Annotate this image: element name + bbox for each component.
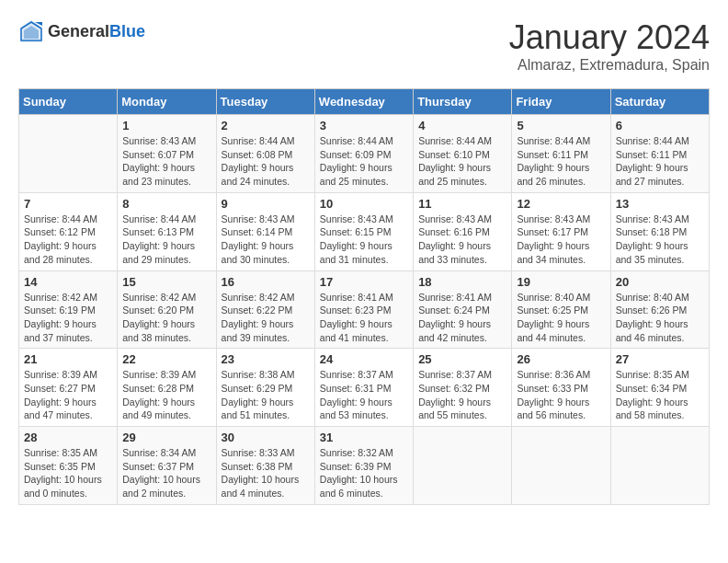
- page-header: GeneralBlue January 2024 Almaraz, Extrem…: [18, 18, 710, 74]
- day-cell: 2Sunrise: 8:44 AM Sunset: 6:08 PM Daylig…: [216, 115, 314, 193]
- day-info: Sunrise: 8:35 AM Sunset: 6:35 PM Dayligh…: [24, 446, 112, 500]
- day-info: Sunrise: 8:44 AM Sunset: 6:08 PM Dayligh…: [222, 134, 310, 189]
- location-title: Almaraz, Extremadura, Spain: [509, 57, 710, 74]
- day-info: Sunrise: 8:44 AM Sunset: 6:12 PM Dayligh…: [24, 213, 112, 267]
- logo-general: General: [48, 22, 109, 40]
- day-info: Sunrise: 8:43 AM Sunset: 6:17 PM Dayligh…: [517, 213, 605, 267]
- day-number: 6: [616, 119, 704, 132]
- day-number: 27: [616, 352, 704, 366]
- day-number: 3: [320, 119, 408, 132]
- day-info: Sunrise: 8:44 AM Sunset: 6:11 PM Dayligh…: [616, 134, 704, 189]
- day-info: Sunrise: 8:39 AM Sunset: 6:27 PM Dayligh…: [24, 368, 112, 422]
- day-cell: 9Sunrise: 8:43 AM Sunset: 6:14 PM Daylig…: [216, 192, 314, 270]
- day-info: Sunrise: 8:40 AM Sunset: 6:25 PM Dayligh…: [517, 291, 605, 345]
- day-cell: 26Sunrise: 8:36 AM Sunset: 6:33 PM Dayli…: [512, 349, 610, 427]
- day-cell: 1Sunrise: 8:43 AM Sunset: 6:07 PM Daylig…: [118, 115, 216, 193]
- day-number: 30: [222, 431, 310, 444]
- logo-text: GeneralBlue: [48, 22, 145, 41]
- day-number: 21: [24, 352, 112, 366]
- day-number: 12: [517, 197, 605, 211]
- calendar-table: SundayMondayTuesdayWednesdayThursdayFrid…: [18, 88, 710, 505]
- day-number: 28: [24, 431, 112, 444]
- day-info: Sunrise: 8:35 AM Sunset: 6:34 PM Dayligh…: [616, 368, 704, 422]
- calendar-header-row: SundayMondayTuesdayWednesdayThursdayFrid…: [19, 89, 710, 115]
- header-wednesday: Wednesday: [314, 89, 413, 115]
- day-info: Sunrise: 8:43 AM Sunset: 6:18 PM Dayligh…: [616, 213, 704, 267]
- logo-blue: Blue: [109, 22, 145, 40]
- day-cell: [414, 427, 512, 505]
- day-cell: 4Sunrise: 8:44 AM Sunset: 6:10 PM Daylig…: [414, 115, 512, 193]
- day-cell: 11Sunrise: 8:43 AM Sunset: 6:16 PM Dayli…: [414, 192, 512, 270]
- day-cell: 31Sunrise: 8:32 AM Sunset: 6:39 PM Dayli…: [314, 427, 413, 505]
- day-cell: 27Sunrise: 8:35 AM Sunset: 6:34 PM Dayli…: [610, 349, 709, 427]
- header-thursday: Thursday: [414, 89, 512, 115]
- day-info: Sunrise: 8:40 AM Sunset: 6:26 PM Dayligh…: [616, 291, 704, 345]
- day-number: 26: [517, 352, 605, 366]
- day-cell: [19, 115, 118, 193]
- day-cell: 28Sunrise: 8:35 AM Sunset: 6:35 PM Dayli…: [19, 427, 118, 505]
- day-info: Sunrise: 8:32 AM Sunset: 6:39 PM Dayligh…: [320, 446, 408, 500]
- day-number: 17: [320, 275, 408, 289]
- day-number: 5: [517, 119, 605, 132]
- day-info: Sunrise: 8:44 AM Sunset: 6:09 PM Dayligh…: [320, 134, 408, 189]
- header-monday: Monday: [118, 89, 216, 115]
- day-number: 2: [222, 119, 310, 132]
- day-number: 11: [418, 197, 506, 211]
- day-info: Sunrise: 8:42 AM Sunset: 6:20 PM Dayligh…: [122, 291, 210, 345]
- day-info: Sunrise: 8:44 AM Sunset: 6:10 PM Dayligh…: [418, 134, 506, 189]
- day-info: Sunrise: 8:33 AM Sunset: 6:38 PM Dayligh…: [222, 446, 310, 500]
- logo-icon: [18, 18, 44, 44]
- day-number: 19: [517, 275, 605, 289]
- week-row-3: 14Sunrise: 8:42 AM Sunset: 6:19 PM Dayli…: [19, 270, 710, 349]
- day-cell: 23Sunrise: 8:38 AM Sunset: 6:29 PM Dayli…: [216, 349, 314, 427]
- day-cell: 21Sunrise: 8:39 AM Sunset: 6:27 PM Dayli…: [19, 349, 118, 427]
- day-number: 29: [122, 431, 210, 444]
- day-info: Sunrise: 8:39 AM Sunset: 6:28 PM Dayligh…: [122, 368, 210, 422]
- day-number: 7: [24, 197, 112, 211]
- day-number: 8: [122, 197, 210, 211]
- month-title: January 2024: [509, 18, 710, 57]
- day-info: Sunrise: 8:44 AM Sunset: 6:13 PM Dayligh…: [122, 213, 210, 267]
- day-info: Sunrise: 8:42 AM Sunset: 6:22 PM Dayligh…: [222, 291, 310, 345]
- header-saturday: Saturday: [610, 89, 709, 115]
- day-number: 22: [122, 352, 210, 366]
- day-number: 4: [418, 119, 506, 132]
- day-number: 9: [222, 197, 310, 211]
- day-number: 16: [222, 275, 310, 289]
- day-number: 24: [320, 352, 408, 366]
- header-tuesday: Tuesday: [216, 89, 314, 115]
- day-info: Sunrise: 8:34 AM Sunset: 6:37 PM Dayligh…: [122, 446, 210, 500]
- day-info: Sunrise: 8:41 AM Sunset: 6:23 PM Dayligh…: [320, 291, 408, 345]
- day-number: 25: [418, 352, 506, 366]
- day-number: 18: [418, 275, 506, 289]
- day-cell: [512, 427, 610, 505]
- header-sunday: Sunday: [19, 89, 118, 115]
- day-cell: 5Sunrise: 8:44 AM Sunset: 6:11 PM Daylig…: [512, 115, 610, 193]
- day-number: 23: [222, 352, 310, 366]
- day-info: Sunrise: 8:43 AM Sunset: 6:15 PM Dayligh…: [320, 213, 408, 267]
- day-cell: 17Sunrise: 8:41 AM Sunset: 6:23 PM Dayli…: [314, 270, 413, 349]
- day-info: Sunrise: 8:37 AM Sunset: 6:31 PM Dayligh…: [320, 368, 408, 422]
- day-number: 31: [320, 431, 408, 444]
- day-number: 20: [616, 275, 704, 289]
- logo: GeneralBlue: [18, 18, 145, 44]
- day-cell: 24Sunrise: 8:37 AM Sunset: 6:31 PM Dayli…: [314, 349, 413, 427]
- day-cell: 3Sunrise: 8:44 AM Sunset: 6:09 PM Daylig…: [314, 115, 413, 193]
- day-number: 15: [122, 275, 210, 289]
- day-cell: [610, 427, 709, 505]
- week-row-1: 1Sunrise: 8:43 AM Sunset: 6:07 PM Daylig…: [19, 115, 710, 193]
- day-cell: 7Sunrise: 8:44 AM Sunset: 6:12 PM Daylig…: [19, 192, 118, 270]
- week-row-2: 7Sunrise: 8:44 AM Sunset: 6:12 PM Daylig…: [19, 192, 710, 270]
- day-cell: 19Sunrise: 8:40 AM Sunset: 6:25 PM Dayli…: [512, 270, 610, 349]
- day-cell: 6Sunrise: 8:44 AM Sunset: 6:11 PM Daylig…: [610, 115, 709, 193]
- day-cell: 22Sunrise: 8:39 AM Sunset: 6:28 PM Dayli…: [118, 349, 216, 427]
- day-cell: 14Sunrise: 8:42 AM Sunset: 6:19 PM Dayli…: [19, 270, 118, 349]
- day-cell: 13Sunrise: 8:43 AM Sunset: 6:18 PM Dayli…: [610, 192, 709, 270]
- day-cell: 12Sunrise: 8:43 AM Sunset: 6:17 PM Dayli…: [512, 192, 610, 270]
- week-row-5: 28Sunrise: 8:35 AM Sunset: 6:35 PM Dayli…: [19, 427, 710, 505]
- day-number: 1: [122, 119, 210, 132]
- day-cell: 29Sunrise: 8:34 AM Sunset: 6:37 PM Dayli…: [118, 427, 216, 505]
- day-cell: 10Sunrise: 8:43 AM Sunset: 6:15 PM Dayli…: [314, 192, 413, 270]
- day-cell: 8Sunrise: 8:44 AM Sunset: 6:13 PM Daylig…: [118, 192, 216, 270]
- day-cell: 25Sunrise: 8:37 AM Sunset: 6:32 PM Dayli…: [414, 349, 512, 427]
